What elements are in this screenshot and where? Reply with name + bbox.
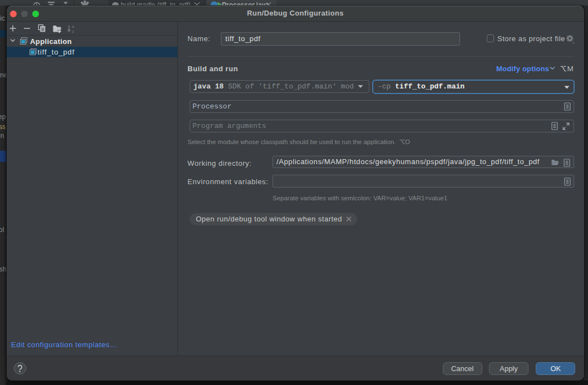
svg-text:z: z	[72, 29, 74, 34]
